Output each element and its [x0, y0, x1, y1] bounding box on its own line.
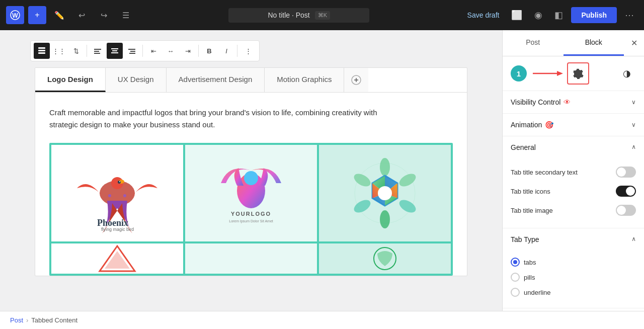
logo-cell-geometric — [319, 145, 451, 241]
arrows-button[interactable]: ⇅ — [68, 43, 84, 59]
indent-center-button[interactable]: ↔ — [163, 43, 179, 59]
tab-motion-graphics[interactable]: Motion Graphics — [265, 68, 344, 92]
radio-tabs-label: tabs — [524, 259, 536, 266]
radio-pills[interactable] — [511, 273, 520, 282]
radio-tabs-inner — [513, 260, 517, 264]
toggle-icons[interactable] — [616, 186, 636, 197]
tab-type-content: tabs pills underline — [503, 251, 644, 308]
tab-ux-design[interactable]: UX Design — [106, 68, 167, 92]
tab-logo-design[interactable]: Logo Design — [35, 68, 106, 92]
drag-handle-button[interactable]: ⋮⋮ — [51, 43, 67, 59]
logo-cell-bottom-2 — [185, 243, 317, 274]
editor-mode-button[interactable]: ◧ — [550, 8, 567, 23]
save-draft-button[interactable]: Save draft — [463, 8, 504, 22]
svg-rect-4 — [38, 52, 45, 54]
radio-underline[interactable] — [511, 288, 520, 297]
svg-rect-12 — [130, 51, 135, 52]
tab-type-chevron: ∨ — [631, 236, 636, 243]
svg-text:W: W — [12, 12, 18, 19]
general-section: General ∨ Tab title secondary text Tab t… — [503, 136, 644, 228]
block-type-button[interactable] — [34, 43, 50, 59]
general-header[interactable]: General ∨ — [503, 136, 644, 158]
align-center-button[interactable] — [107, 43, 123, 59]
editor-area: ⋮⋮ ⇅ ⇤ ↔ ⇥ B I ⋮ Logo D — [0, 30, 502, 311]
add-block-button[interactable]: + — [28, 6, 46, 24]
align-right-button[interactable] — [124, 43, 140, 59]
avatar-button[interactable]: ◉ — [530, 8, 546, 23]
tab-advertisement-design[interactable]: Advertisement Design — [167, 68, 265, 92]
animation-chevron: ∨ — [631, 121, 636, 128]
tabs-row: Logo Design UX Design Advertisement Desi… — [35, 68, 467, 93]
bold-button[interactable]: B — [201, 43, 217, 59]
svg-text:Phoenix: Phoenix — [97, 218, 128, 228]
visibility-control-section: Visibility Control 👁 ∨ — [503, 91, 644, 114]
more-options-button[interactable]: ⋮ — [240, 43, 256, 59]
svg-point-31 — [380, 158, 390, 176]
radio-pills-label: pills — [524, 274, 535, 281]
tab-type-header[interactable]: Tab Type ∨ — [503, 228, 644, 251]
svg-rect-9 — [112, 50, 117, 51]
undo-button[interactable]: ↩ — [72, 6, 91, 24]
general-title: General — [511, 143, 536, 151]
contrast-button[interactable]: ◑ — [618, 64, 636, 83]
sidebar-tab-post[interactable]: Post — [503, 30, 564, 56]
svg-text:flying magic bird: flying magic bird — [101, 227, 134, 232]
radio-underline-row: underline — [511, 285, 636, 300]
logo-cell-gradient-bird: YOURLOGO Lorem Ipsum Dolor Sit Amet — [185, 145, 317, 241]
tab-description: Craft memorable and impactful logos that… — [49, 107, 401, 131]
block-toolbar: ⋮⋮ ⇅ ⇤ ↔ ⇥ B I ⋮ — [30, 40, 260, 61]
svg-rect-5 — [94, 49, 101, 50]
sidebar-header: Post Block ✕ — [503, 30, 644, 56]
sidebar: Post Block ✕ 1 ◑ — [502, 30, 644, 311]
svg-rect-10 — [111, 52, 118, 53]
indent-left-button[interactable]: ⇤ — [145, 43, 162, 59]
svg-marker-43 — [557, 71, 563, 76]
general-chevron: ∨ — [631, 144, 636, 151]
animation-section: Animation 🎯 ∨ — [503, 114, 644, 136]
indent-right-button[interactable]: ⇥ — [180, 43, 196, 59]
edit-mode-button[interactable]: ✏️ — [50, 6, 68, 24]
animation-header[interactable]: Animation 🎯 ∨ — [503, 114, 644, 136]
toggle-secondary-text-label: Tab title secondary text — [511, 169, 578, 176]
toggle-image[interactable] — [616, 205, 636, 216]
breadcrumb-tabbed-content: Tabbed Content — [31, 316, 77, 324]
sidebar-tab-block[interactable]: Block — [564, 30, 624, 56]
options-button[interactable]: ⋯ — [621, 8, 638, 23]
topbar-center: No title · Post ⌘K — [139, 8, 459, 23]
svg-point-36 — [352, 171, 372, 189]
add-tab-button[interactable] — [344, 68, 368, 92]
svg-rect-8 — [111, 48, 118, 49]
toggle-image-knob — [617, 206, 626, 215]
sidebar-close-button[interactable]: ✕ — [624, 31, 644, 55]
svg-point-34 — [380, 210, 390, 228]
redo-button[interactable]: ↪ — [95, 6, 113, 24]
logo-grid: Phoenix flying magic bird — [49, 143, 453, 276]
main-layout: ⋮⋮ ⇅ ⇤ ↔ ⇥ B I ⋮ Logo D — [0, 30, 644, 311]
toggle-secondary-text[interactable] — [616, 167, 636, 178]
tab-content: Craft memorable and impactful logos that… — [35, 93, 467, 276]
svg-text:YOURLOGO: YOURLOGO — [231, 211, 271, 217]
align-none-button[interactable] — [90, 43, 106, 59]
svg-point-21 — [119, 181, 120, 182]
topbar: W + ✏️ ↩ ↪ ☰ No title · Post ⌘K Save dra… — [0, 0, 644, 30]
visibility-icon: 👁 — [564, 98, 571, 106]
toggle-icons-knob — [626, 187, 635, 196]
toggle-icons-row: Tab title icons — [511, 182, 636, 201]
toggle-secondary-text-knob — [617, 168, 626, 177]
logo-cell-phoenix: Phoenix flying magic bird — [51, 145, 183, 241]
radio-tabs[interactable] — [511, 258, 520, 267]
toolbar-divider-2 — [142, 45, 143, 57]
visibility-control-header[interactable]: Visibility Control 👁 ∨ — [503, 91, 644, 113]
toggle-icons-label: Tab title icons — [511, 188, 550, 195]
svg-text:Lorem Ipsum Dolor Sit Amet: Lorem Ipsum Dolor Sit Amet — [229, 219, 273, 223]
italic-button[interactable]: I — [218, 43, 234, 59]
preview-button[interactable]: ⬜ — [507, 8, 526, 23]
post-title: No title · Post — [268, 11, 309, 19]
list-view-button[interactable]: ☰ — [117, 6, 135, 24]
visibility-control-title: Visibility Control 👁 — [511, 98, 571, 106]
gear-settings-button[interactable] — [567, 62, 589, 85]
tab-type-title: Tab Type — [511, 235, 539, 243]
svg-point-32 — [397, 171, 418, 189]
breadcrumb-post[interactable]: Post — [10, 316, 23, 324]
publish-button[interactable]: Publish — [571, 7, 617, 23]
